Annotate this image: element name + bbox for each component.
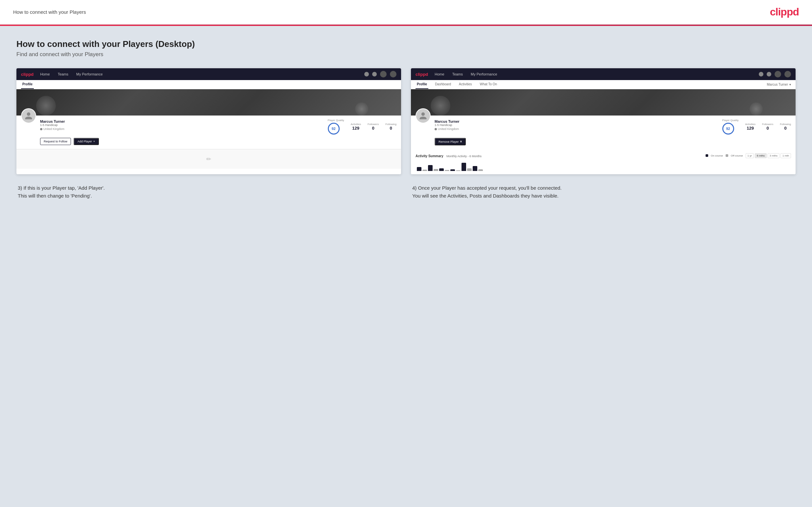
tab-profile-left[interactable]: Profile: [21, 80, 34, 89]
bar-5-on: [461, 163, 466, 171]
profile-info-right: Marcus Turner 1-5 Handicap United Kingdo…: [435, 119, 791, 134]
request-follow-button[interactable]: Request to Follow: [40, 138, 71, 145]
tab-whattoworkon-right[interactable]: What To On: [478, 80, 499, 89]
remove-player-button[interactable]: Remove Player ×: [435, 138, 466, 146]
bar-4-on: [450, 169, 455, 171]
player-name-left: Marcus Turner: [40, 119, 321, 123]
activity-period: Monthly Activity - 6 Months: [446, 155, 481, 158]
player-location-left: United Kingdom: [40, 127, 321, 130]
avatar-right: [415, 108, 430, 123]
stat-followers-right: Followers 0: [762, 123, 773, 130]
add-player-button[interactable]: Add Player +: [73, 138, 99, 145]
mock-nav-right: clippd Home Teams My Performance: [411, 68, 796, 80]
user-icon-right: [767, 72, 771, 76]
mock-stats-right: Player Quality 92 Activities 129 Followe…: [722, 119, 791, 134]
mock-nav-icons-right: [759, 71, 791, 77]
mock-profile-body-left: Marcus Turner 1-5 Handicap United Kingdo…: [16, 115, 401, 149]
page-subtitle: Find and connect with your Players: [16, 51, 796, 58]
tab-dashboard-right[interactable]: Dashboard: [434, 80, 452, 89]
avatar-wrap-right: [415, 108, 430, 123]
mock-bottom-left: ✏: [16, 149, 401, 169]
bar-1-on: [417, 167, 421, 171]
mock-logo-left: clippd: [21, 72, 34, 77]
legend-oncourse-dot: [706, 154, 708, 157]
time-btn-1yr[interactable]: 1 yr: [746, 153, 754, 158]
legend-offcourse-label: Off course: [731, 154, 743, 157]
caption-left-text: 3) If this is your Player tap, 'Add Play…: [18, 184, 400, 200]
avatar-icon-svg-left: [24, 112, 33, 120]
bar-5-off: [467, 168, 472, 171]
stat-activities-right: Activities 129: [745, 123, 756, 130]
stat-following-left: Following 0: [385, 123, 397, 130]
stat-activities-left: Activities 129: [351, 123, 361, 130]
time-btn-3mths[interactable]: 3 mths: [768, 153, 779, 158]
time-btn-1mth[interactable]: 1 mth: [780, 153, 791, 158]
search-icon-left: [364, 72, 369, 76]
stat-following-right: Following 0: [780, 123, 791, 130]
mock-tab-bar-left: Profile: [16, 80, 401, 89]
screenshot-right: clippd Home Teams My Performance Profile…: [411, 68, 796, 174]
settings-icon-left: [380, 71, 387, 77]
mock-nav-performance-left: My Performance: [75, 72, 104, 76]
tab-profile-right[interactable]: Profile: [415, 80, 428, 89]
activity-title: Activity Summary: [415, 154, 443, 158]
time-btn-6mths[interactable]: 6 mths: [755, 153, 767, 158]
quality-label-left: Player Quality: [328, 119, 344, 122]
main-content: How to connect with your Players (Deskto…: [0, 26, 812, 507]
mock-hero-right: [411, 89, 796, 115]
activity-controls: On course Off course 1 yr 6 mths 3 mths …: [706, 153, 791, 158]
avatar-left: [21, 108, 36, 123]
page-title: How to connect with your Players (Deskto…: [16, 39, 796, 49]
tab-activities-right[interactable]: Activities: [458, 80, 473, 89]
bar-3-off: [445, 170, 449, 171]
mock-nav-home-right: Home: [433, 72, 445, 76]
quality-label-right: Player Quality: [722, 119, 739, 122]
quality-block-left: Player Quality 92: [328, 119, 344, 134]
mock-buttons-left: Request to Follow Add Player +: [40, 138, 397, 145]
activity-header: Activity Summary Monthly Activity - 6 Mo…: [415, 153, 791, 159]
mock-profile-body-right: Marcus Turner 1-5 Handicap United Kingdo…: [411, 115, 796, 149]
player-name-right: Marcus Turner: [435, 119, 716, 123]
page-breadcrumb: How to connect with your Players: [13, 9, 86, 15]
mock-nav-left: clippd Home Teams My Performance: [16, 68, 401, 80]
caption-right-text: 4) Once your Player has accepted your re…: [412, 184, 794, 200]
mock-tab-bar-right: Profile Dashboard Activities What To On …: [411, 80, 796, 89]
player-name-block-right: Marcus Turner 1-5 Handicap United Kingdo…: [435, 119, 716, 130]
legend-oncourse-label: On course: [711, 154, 723, 157]
bar-4-off: [456, 170, 461, 171]
quality-circle-left: 92: [328, 123, 340, 134]
avatar-wrap-left: [21, 108, 36, 123]
mock-buttons-right: Remove Player ×: [435, 138, 791, 146]
player-name-block-left: Marcus Turner 1-5 Handicap United Kingdo…: [40, 119, 321, 130]
activity-legend: On course Off course: [706, 154, 743, 157]
location-dot-left: [40, 128, 42, 130]
clippd-logo: clippd: [770, 6, 799, 18]
player-location-right: United Kingdom: [435, 127, 716, 130]
quality-circle-right: 92: [722, 123, 734, 134]
player-handicap-left: 1-5 Handicap: [40, 123, 321, 127]
profile-info-left: Marcus Turner 1-5 Handicap United Kingdo…: [40, 119, 397, 134]
settings-icon-right: [774, 71, 781, 77]
mock-logo-right: clippd: [415, 72, 428, 77]
avatar-icon-svg-right: [419, 112, 427, 120]
mock-nav-performance-right: My Performance: [469, 72, 499, 76]
bar-1-off: [422, 170, 427, 171]
caption-right: 4) Once your Player has accepted your re…: [411, 184, 796, 200]
activity-section-right: Activity Summary Monthly Activity - 6 Mo…: [411, 149, 796, 174]
legend-offcourse-dot: [726, 154, 728, 157]
user-dropdown-right[interactable]: Marcus Turner ▾: [767, 80, 791, 89]
player-handicap-right: 1-5 Handicap: [435, 123, 716, 127]
bar-6-off: [478, 169, 483, 171]
activity-chart: [415, 161, 791, 171]
time-buttons: 1 yr 6 mths 3 mths 1 mth: [746, 153, 791, 158]
screenshots-row: clippd Home Teams My Performance Profile: [16, 68, 796, 174]
quality-block-right: Player Quality 92: [722, 119, 739, 134]
bar-3-on: [439, 168, 444, 171]
bar-2-on: [428, 165, 433, 171]
location-dot-right: [435, 128, 437, 130]
avatar-icon-right: [784, 71, 791, 77]
bar-6-on: [473, 166, 477, 171]
mock-nav-teams-left: Teams: [56, 72, 70, 76]
search-icon-right: [759, 72, 763, 76]
mock-nav-home-left: Home: [39, 72, 51, 76]
